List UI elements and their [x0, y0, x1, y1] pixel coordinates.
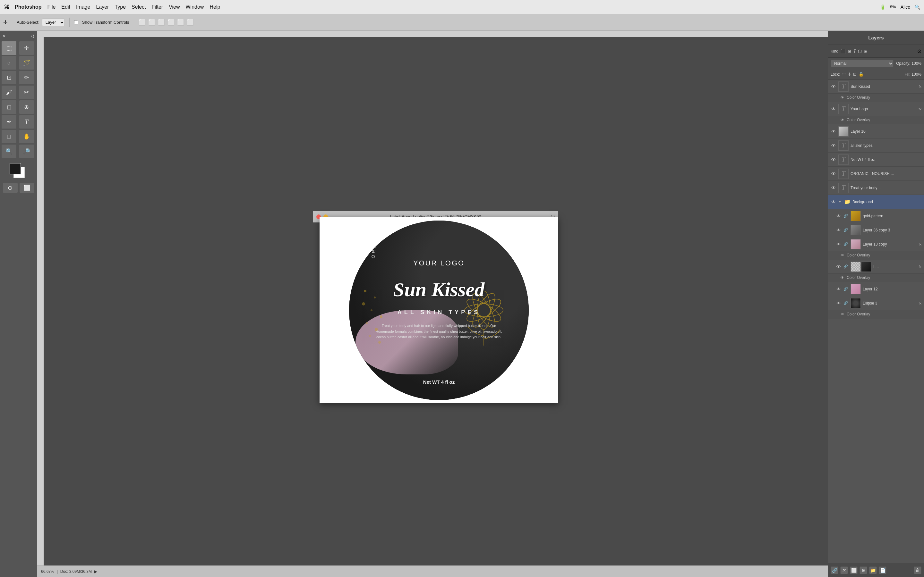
tools-close[interactable]: ✕	[3, 34, 6, 39]
canvas-document[interactable]: ORGANIC - NOURISH - ITCH RELIEF	[320, 218, 558, 403]
layer-vis-treat[interactable]: 👁	[830, 185, 837, 191]
menu-file[interactable]: File	[47, 4, 56, 10]
lasso-tool[interactable]: ○	[1, 56, 17, 70]
layer-item-masked[interactable]: 👁 🔗 L... fx	[828, 259, 924, 274]
layer-vis-your-logo[interactable]: 👁	[830, 106, 837, 112]
layer-vis-36[interactable]: 👁	[836, 227, 842, 233]
menu-view[interactable]: View	[169, 4, 180, 10]
filter-shape-icon[interactable]: ⬡	[858, 49, 862, 54]
link-layers-button[interactable]: 🔗	[830, 566, 838, 574]
layer-item-layer36[interactable]: 👁 🔗 Layer 36 copy 3	[828, 223, 924, 237]
foreground-color-swatch[interactable]	[10, 163, 21, 174]
net-wt-text: Net WT 4 fl oz	[423, 379, 455, 385]
align-middle-icon[interactable]: ⬜	[177, 19, 184, 26]
menu-layer[interactable]: Layer	[96, 4, 109, 10]
layer-item-sun-kissed[interactable]: 👁 T Sun Kissed fx	[828, 79, 924, 93]
expand-icon[interactable]: ▶	[94, 569, 97, 574]
align-right-icon[interactable]: ⬜	[158, 19, 165, 26]
layer-vis-all-skin[interactable]: 👁	[830, 143, 837, 148]
layer-vis-net-wt[interactable]: 👁	[830, 157, 837, 163]
group-expand-arrow[interactable]: ▼	[838, 200, 842, 203]
add-fx-button[interactable]: fx	[840, 566, 848, 574]
layer-vis-ellipse[interactable]: 👁	[836, 300, 842, 306]
lock-all-icon[interactable]: 🔒	[859, 72, 864, 77]
tools-collapse[interactable]: ⟨⟨	[31, 34, 34, 39]
menu-window[interactable]: Window	[186, 4, 204, 10]
pen-tool[interactable]: ✒	[1, 115, 17, 129]
brush-tool[interactable]: 🖌	[1, 85, 17, 99]
type-tool[interactable]: T	[19, 115, 34, 129]
menu-select[interactable]: Select	[132, 4, 145, 10]
lock-position-icon[interactable]: ✛	[848, 72, 851, 77]
blur-tool[interactable]: ⊕	[19, 100, 34, 114]
filter-smartobj-icon[interactable]: ⊞	[864, 49, 867, 54]
layer-vis-10[interactable]: 👁	[830, 129, 837, 134]
effect-vis-icon[interactable]: 👁	[840, 95, 845, 100]
selection-tool[interactable]: ⬚	[1, 41, 17, 55]
align-center-icon[interactable]: ⬜	[148, 19, 155, 26]
layer-vis-gold[interactable]: 👁	[836, 213, 842, 219]
layer-item-treat[interactable]: 👁 T Treat your body ...	[828, 181, 924, 195]
color-swatches[interactable]	[7, 161, 30, 179]
filter-kind-icon[interactable]: ⬛	[840, 49, 846, 54]
app-name[interactable]: Photoshop	[15, 4, 42, 10]
layer-item-12[interactable]: 👁 🔗 Layer 12	[828, 282, 924, 296]
new-group-button[interactable]: 📁	[869, 566, 877, 574]
apple-menu[interactable]: ⌘	[4, 3, 10, 11]
crop-tool[interactable]: ⊡	[1, 71, 17, 85]
layer-item-your-logo[interactable]: 👁 T Your Logo fx	[828, 102, 924, 116]
clone-stamp-tool[interactable]: ✂	[19, 85, 34, 99]
lock-artboard-icon[interactable]: ⊡	[853, 72, 857, 77]
status-sep: |	[57, 569, 58, 574]
filter-pixel-icon[interactable]: ⊕	[848, 49, 851, 54]
layer-item-background-group[interactable]: 👁 ▼ 📁 Background	[828, 195, 924, 209]
eraser-tool[interactable]: ◻	[1, 100, 17, 114]
align-left-icon[interactable]: ⬜	[139, 19, 145, 26]
layer-item-13copy[interactable]: 👁 🔗 Layer 13 copy fx	[828, 237, 924, 251]
delete-layer-button[interactable]: 🗑	[914, 566, 921, 574]
align-bottom-icon[interactable]: ⬜	[187, 19, 194, 26]
effect-vis-icon-masked[interactable]: 👁	[840, 275, 845, 280]
layer-vis-13[interactable]: 👁	[836, 242, 842, 247]
zoom-tool[interactable]: 🔍	[1, 144, 17, 158]
shape-tool[interactable]: □	[1, 129, 17, 143]
effect-vis-icon-13[interactable]: 👁	[840, 253, 845, 258]
move-tool-icon[interactable]: ✛	[3, 19, 7, 25]
hand-tool[interactable]: ✋	[19, 129, 34, 143]
eyedropper-tool[interactable]: ✏	[19, 71, 34, 85]
screen-mode-tool[interactable]: ⬜	[19, 183, 35, 193]
layer-item-organic[interactable]: 👁 T ORGANIC - NOURISH ...	[828, 167, 924, 181]
layer-vis-masked[interactable]: 👁	[836, 264, 842, 269]
move-tool[interactable]: ✛	[19, 41, 34, 55]
filter-toggle[interactable]: ⊙	[917, 48, 921, 54]
auto-select-dropdown[interactable]: Layer Group	[42, 19, 65, 26]
layer-vis-organic[interactable]: 👁	[830, 171, 837, 177]
new-layer-button[interactable]: 📄	[879, 566, 887, 574]
menu-edit[interactable]: Edit	[61, 4, 70, 10]
adjustment-layer-button[interactable]: ⊕	[859, 566, 867, 574]
layer-item-net-wt[interactable]: 👁 T Net WT 4 fl oz	[828, 153, 924, 167]
blend-mode-select[interactable]: Normal Multiply Screen Overlay	[830, 60, 893, 67]
quick-mask-tool[interactable]: ⊙	[3, 183, 18, 193]
menu-image[interactable]: Image	[76, 4, 90, 10]
show-transform-checkbox[interactable]	[74, 20, 78, 24]
layer-vis-sun-kissed[interactable]: 👁	[830, 84, 837, 89]
effect-vis-icon-2[interactable]: 👁	[840, 117, 845, 122]
layer-vis-12[interactable]: 👁	[836, 286, 842, 292]
menu-help[interactable]: Help	[210, 4, 220, 10]
layer-item-gold-pattern[interactable]: 👁 🔗 gold-pattern	[828, 209, 924, 223]
effect-vis-icon-ellipse[interactable]: 👁	[840, 311, 845, 317]
align-top-icon[interactable]: ⬜	[168, 19, 174, 26]
menu-filter[interactable]: Filter	[152, 4, 163, 10]
zoom-tool-2[interactable]: 🔎	[19, 144, 34, 158]
layer-item-10[interactable]: 👁 Layer 10	[828, 124, 924, 139]
add-mask-button[interactable]: ⬜	[850, 566, 858, 574]
lock-pixels-icon[interactable]: ⬚	[842, 72, 846, 77]
menu-type[interactable]: Type	[115, 4, 126, 10]
search-icon[interactable]: 🔍	[915, 5, 920, 10]
layer-item-ellipse3[interactable]: 👁 🔗 Ellipse 3 fx	[828, 296, 924, 310]
filter-type-icon[interactable]: T	[853, 49, 856, 54]
layer-item-all-skin[interactable]: 👁 T all skin types	[828, 139, 924, 153]
layer-vis-bg-group[interactable]: 👁	[830, 199, 837, 205]
magic-wand-tool[interactable]: 🪄	[19, 56, 34, 70]
